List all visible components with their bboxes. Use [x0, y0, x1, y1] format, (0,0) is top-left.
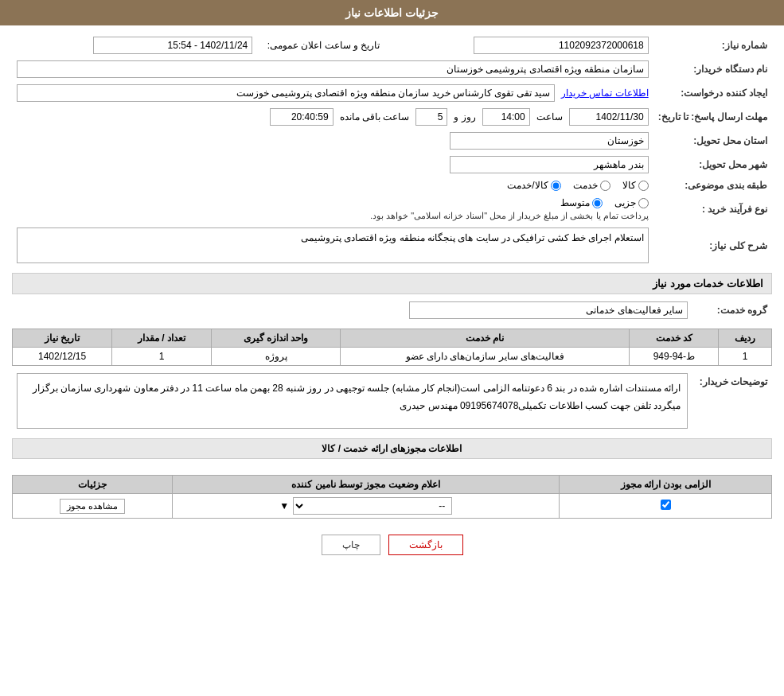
- deadline-value: 1402/11/30 ساعت 14:00 روز و 5 ساعت باقی …: [12, 105, 653, 129]
- service-group-row: گروه خدمت: سایر فعالیت‌های خدماتی: [12, 298, 772, 322]
- deadline-label: مهلت ارسال پاسخ: تا تاریخ:: [653, 105, 772, 129]
- purchase-motavaset-label: متوسط: [560, 197, 590, 208]
- category-khedmat-radio[interactable]: [600, 181, 610, 191]
- category-khedmat-item: خدمت: [573, 180, 610, 191]
- print-button[interactable]: چاپ: [322, 535, 380, 555]
- purchase-jozei-item: جزیی: [614, 197, 649, 208]
- deadline-countdown-input: 20:40:59: [270, 108, 333, 126]
- buyer-desc-box: ارائه مستندات اشاره شده در بند 6 دعوتنام…: [17, 373, 688, 429]
- service-group-input: سایر فعالیت‌های خدماتی: [409, 301, 688, 319]
- permissions-row: -- ▼ مشاهده مجوز: [13, 494, 772, 519]
- cell-unit: پروژه: [212, 348, 341, 366]
- purchase-jozei-radio[interactable]: [638, 198, 649, 208]
- permissions-table-head: الزامی بودن ارائه مجوز اعلام وضعیت مجوز …: [13, 476, 772, 494]
- col-unit: واحد اندازه گیری: [212, 329, 341, 348]
- need-number-input: 1102092372000618: [474, 37, 649, 54]
- status-select[interactable]: --: [293, 497, 452, 515]
- services-table-body: 1 ط-94-949 فعالیت‌های سایر سازمان‌های دا…: [13, 348, 772, 366]
- city-row: شهر محل تحویل: بندر ماهشهر: [12, 153, 772, 177]
- service-group-label: گروه خدمت:: [692, 298, 772, 322]
- col-details: جزئیات: [13, 476, 173, 494]
- service-group-value: سایر فعالیت‌های خدماتی: [12, 298, 692, 322]
- buyer-org-label: نام دستگاه خریدار:: [653, 57, 772, 81]
- permissions-table: الزامی بودن ارائه مجوز اعلام وضعیت مجوز …: [12, 475, 772, 519]
- creator-label: ایجاد کننده درخواست:: [653, 81, 772, 105]
- announce-date-label: تاریخ و ساعت اعلان عمومی:: [257, 33, 384, 57]
- view-permit-button[interactable]: مشاهده مجوز: [60, 499, 125, 514]
- remaining-label: ساعت باقی مانده: [340, 111, 410, 122]
- main-content: شماره نیاز: 1102092372000618 تاریخ و ساع…: [0, 25, 784, 579]
- category-kala-khedmat-radio[interactable]: [551, 181, 561, 191]
- services-data-table: ردیف کد خدمت نام خدمت واحد اندازه گیری ت…: [12, 329, 772, 366]
- services-table-head: ردیف کد خدمت نام خدمت واحد اندازه گیری ت…: [13, 329, 772, 348]
- page-header: جزئیات اطلاعات نیاز: [0, 0, 784, 25]
- col-service-name: نام خدمت: [341, 329, 630, 348]
- purchase-motavaset-item: متوسط: [560, 197, 603, 208]
- deadline-row: مهلت ارسال پاسخ: تا تاریخ: 1402/11/30 سا…: [12, 105, 772, 129]
- deadline-time-input: 14:00: [482, 108, 530, 126]
- cell-row-num: 1: [719, 348, 772, 366]
- permissions-table-body: -- ▼ مشاهده مجوز: [13, 494, 772, 519]
- creator-input: سید تقی تقوی کارشناس خرید سازمان منطقه و…: [17, 84, 555, 102]
- table-row: 1 ط-94-949 فعالیت‌های سایر سازمان‌های دا…: [13, 348, 772, 366]
- col-service-code: کد خدمت: [630, 329, 719, 348]
- need-number-label: شماره نیاز:: [653, 33, 772, 57]
- mandatory-cell: [560, 494, 772, 519]
- col-status: اعلام وضعیت مجوز توسط نامین کننده: [173, 476, 560, 494]
- details-cell: مشاهده مجوز: [13, 494, 173, 519]
- buyer-desc-row: توضیحات خریدار: ارائه مستندات اشاره شده …: [12, 370, 772, 432]
- buyer-desc-table: توضیحات خریدار: ارائه مستندات اشاره شده …: [12, 370, 772, 432]
- col-row-num: ردیف: [719, 329, 772, 348]
- creator-value: سید تقی تقوی کارشناس خرید سازمان منطقه و…: [12, 81, 653, 105]
- page-wrapper: جزئیات اطلاعات نیاز شماره نیاز: 11020923…: [0, 0, 784, 696]
- category-kala-item: کالا: [622, 180, 649, 191]
- category-kala-radio[interactable]: [638, 181, 649, 191]
- days-label: روز و: [454, 111, 475, 122]
- deadline-date-input: 1402/11/30: [569, 108, 649, 126]
- buyer-org-row: نام دستگاه خریدار: سازمان منطقه ویژه اقت…: [12, 57, 772, 81]
- buyer-org-value: سازمان منطقه ویژه اقتصادی پتروشیمی خوزست…: [12, 57, 653, 81]
- category-label: طبقه بندی موضوعی:: [653, 177, 772, 194]
- purchase-type-value: جزیی متوسط پرداخت تمام یا بخشی از مبلغ خ…: [12, 194, 653, 224]
- category-kala-label: کالا: [622, 180, 636, 191]
- footer-buttons: بازگشت چاپ: [12, 535, 772, 555]
- permissions-section-header: اطلاعات مجوزهای ارائه خدمت / کالا: [12, 438, 772, 459]
- category-row: طبقه بندی موضوعی: کالا خدمت: [12, 177, 772, 194]
- province-label: استان محل تحویل:: [653, 129, 772, 153]
- city-input: بندر ماهشهر: [450, 156, 649, 173]
- status-cell: -- ▼: [173, 494, 560, 519]
- cell-service-code: ط-94-949: [630, 348, 719, 366]
- cell-qty: 1: [112, 348, 212, 366]
- category-khedmat-label: خدمت: [573, 180, 598, 191]
- purchase-type-note: پرداخت تمام یا بخشی از مبلغ خریدار از مح…: [17, 211, 649, 221]
- back-button[interactable]: بازگشت: [388, 535, 463, 555]
- purchase-motavaset-radio[interactable]: [592, 198, 603, 208]
- cell-date: 1402/12/15: [13, 348, 112, 366]
- top-info-table: شماره نیاز: 1102092372000618 تاریخ و ساع…: [12, 33, 772, 266]
- services-section-header: اطلاعات خدمات مورد نیاز: [12, 273, 772, 294]
- category-kala-khedmat-item: کالا/خدمت: [507, 180, 560, 191]
- service-group-table: گروه خدمت: سایر فعالیت‌های خدماتی: [12, 298, 772, 322]
- buyer-org-input: سازمان منطقه ویژه اقتصادی پتروشیمی خوزست…: [17, 60, 649, 78]
- need-desc-label: شرح کلی نیاز:: [653, 224, 772, 266]
- category-value: کالا خدمت کالا/خدمت: [12, 177, 653, 194]
- buyer-desc-label: توضیحات خریدار:: [692, 370, 772, 432]
- province-input: خوزستان: [450, 132, 649, 150]
- creator-contact-link[interactable]: اطلاعات تماس خریدار: [561, 87, 649, 99]
- city-value: بندر ماهشهر: [12, 153, 653, 177]
- purchase-type-label: نوع فرآیند خرید :: [653, 194, 772, 224]
- need-desc-value: استعلام اجرای خط کشی ترافیکی در سایت های…: [12, 224, 653, 266]
- time-label: ساعت: [536, 111, 563, 122]
- province-row: استان محل تحویل: خوزستان: [12, 129, 772, 153]
- purchase-type-row: نوع فرآیند خرید : جزیی متوسط: [12, 194, 772, 224]
- col-date: تاریخ نیاز: [13, 329, 112, 348]
- need-number-row: شماره نیاز: 1102092372000618 تاریخ و ساع…: [12, 33, 772, 57]
- province-value: خوزستان: [12, 129, 653, 153]
- buyer-desc-value: ارائه مستندات اشاره شده در بند 6 دعوتنام…: [12, 370, 692, 432]
- col-qty: تعداد / مقدار: [112, 329, 212, 348]
- city-label: شهر محل تحویل:: [653, 153, 772, 177]
- mandatory-checkbox[interactable]: [661, 500, 671, 510]
- purchase-jozei-label: جزیی: [614, 197, 636, 208]
- need-desc-row: شرح کلی نیاز: استعلام اجرای خط کشی ترافی…: [12, 224, 772, 266]
- deadline-days-input: 5: [415, 108, 447, 126]
